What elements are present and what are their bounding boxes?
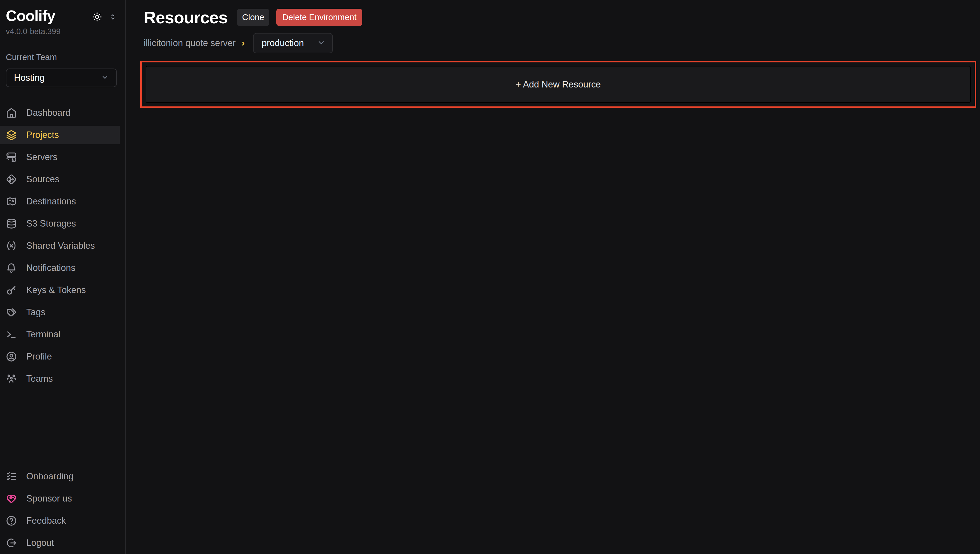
sidebar-footer-nav: Onboarding Sponsor us Feedback Logout — [0, 467, 125, 554]
sidebar-item-shared-variables[interactable]: Shared Variables — [0, 236, 120, 255]
sidebar-item-label: Projects — [26, 130, 59, 140]
sidebar-item-feedback[interactable]: Feedback — [0, 511, 120, 530]
sidebar-item-keys-tokens[interactable]: Keys & Tokens — [0, 281, 120, 299]
sidebar-header: Coolify v4.0.0-beta.399 — [0, 0, 125, 36]
sidebar-item-destinations[interactable]: Destinations — [0, 192, 120, 211]
current-team-label: Current Team — [6, 53, 117, 62]
key-icon — [6, 285, 17, 296]
main-content: Resources Clone Delete Environment illic… — [126, 0, 980, 554]
sidebar-item-label: Dashboard — [26, 108, 70, 118]
add-new-resource-label: + Add New Resource — [515, 79, 601, 90]
sidebar-item-label: Onboarding — [26, 471, 73, 482]
terminal-icon — [6, 329, 17, 340]
user-circle-icon — [6, 351, 17, 362]
sidebar-item-label: Feedback — [26, 516, 66, 526]
app-logo: Coolify — [6, 8, 55, 24]
sidebar-item-label: Notifications — [26, 263, 75, 273]
sidebar-item-label: Profile — [26, 351, 52, 362]
page-title: Resources — [144, 8, 228, 27]
annotation-highlight-box: + Add New Resource — [140, 61, 976, 108]
sidebar-item-terminal[interactable]: Terminal — [0, 325, 120, 344]
sun-icon — [92, 12, 102, 23]
sidebar-item-tags[interactable]: Tags — [0, 303, 120, 322]
heart-hands-icon — [6, 493, 17, 504]
team-select-value: Hosting — [14, 73, 45, 83]
page-header: Resources Clone Delete Environment — [126, 0, 980, 27]
environment-select-value: production — [262, 38, 304, 48]
users-icon — [6, 373, 17, 384]
logout-icon — [6, 537, 17, 548]
variable-icon — [6, 240, 17, 252]
sidebar-item-label: Destinations — [26, 196, 76, 207]
sidebar-item-sources[interactable]: Sources — [0, 170, 120, 189]
sidebar-item-label: Teams — [26, 374, 53, 384]
sidebar-item-label: Sponsor us — [26, 494, 72, 504]
chevron-down-icon — [100, 73, 109, 83]
map-icon — [6, 196, 17, 207]
app-version: v4.0.0-beta.399 — [6, 27, 117, 36]
breadcrumb: illicitonion quote server › production — [126, 27, 980, 53]
sidebar-nav: Dashboard Projects Servers Sources Desti… — [0, 103, 125, 388]
sidebar-item-projects[interactable]: Projects — [0, 126, 120, 144]
sidebar-item-logout[interactable]: Logout — [0, 533, 120, 552]
add-new-resource-button[interactable]: + Add New Resource — [146, 66, 970, 103]
sidebar-item-label: Terminal — [26, 329, 60, 340]
sidebar-item-label: Shared Variables — [26, 240, 95, 251]
team-section: Current Team Hosting — [0, 53, 125, 87]
team-select[interactable]: Hosting — [6, 68, 117, 87]
sidebar-item-dashboard[interactable]: Dashboard — [0, 103, 120, 122]
sidebar-item-teams[interactable]: Teams — [0, 369, 120, 388]
sidebar-item-label: S3 Storages — [26, 218, 76, 229]
sidebar-item-s3-storages[interactable]: S3 Storages — [0, 214, 120, 233]
theme-toggle-button[interactable] — [92, 12, 102, 23]
sidebar-item-label: Servers — [26, 152, 57, 162]
sidebar-item-label: Sources — [26, 174, 59, 185]
server-icon — [6, 151, 17, 163]
clone-button[interactable]: Clone — [237, 9, 270, 26]
version-switcher-button[interactable] — [109, 13, 117, 22]
layers-icon — [6, 129, 17, 140]
tags-icon — [6, 307, 17, 318]
bell-icon — [6, 263, 17, 274]
breadcrumb-project-link[interactable]: illicitonion quote server — [144, 38, 235, 48]
sidebar-item-onboarding[interactable]: Onboarding — [0, 467, 120, 486]
sidebar-item-servers[interactable]: Servers — [0, 148, 120, 167]
app-root: Coolify v4.0.0-beta.399 Current Team Hos… — [0, 0, 980, 554]
environment-select[interactable]: production — [253, 33, 333, 53]
help-circle-icon — [6, 515, 17, 526]
sidebar-item-label: Tags — [26, 307, 45, 318]
sidebar-item-sponsor-us[interactable]: Sponsor us — [0, 489, 120, 508]
chevron-down-icon — [317, 38, 326, 48]
chevron-right-icon: › — [241, 38, 245, 49]
database-icon — [6, 218, 17, 229]
sidebar-item-notifications[interactable]: Notifications — [0, 259, 120, 277]
sidebar-item-label: Keys & Tokens — [26, 285, 86, 295]
sidebar: Coolify v4.0.0-beta.399 Current Team Hos… — [0, 0, 126, 554]
home-icon — [6, 107, 17, 118]
list-checks-icon — [6, 471, 17, 482]
sidebar-item-profile[interactable]: Profile — [0, 347, 120, 366]
chevrons-up-down-icon — [109, 13, 117, 22]
git-source-icon — [6, 174, 17, 185]
sidebar-item-label: Logout — [26, 538, 54, 548]
delete-environment-button[interactable]: Delete Environment — [276, 9, 362, 26]
